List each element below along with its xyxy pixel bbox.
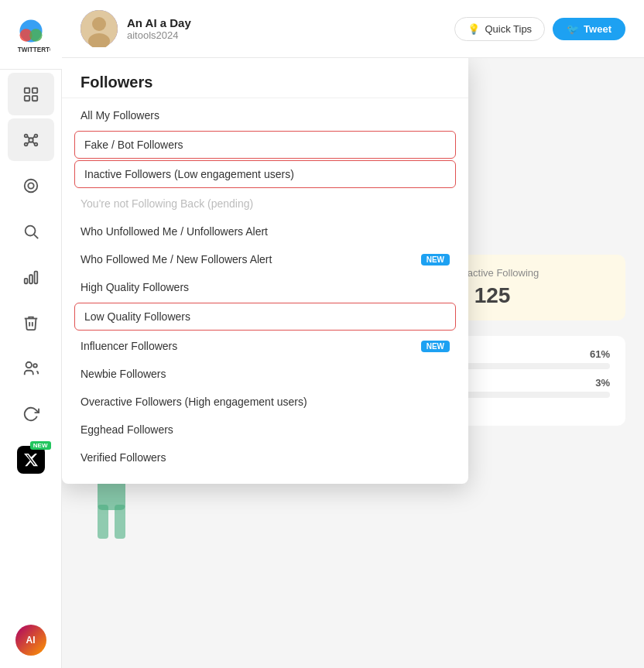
dropdown-item-newbie[interactable]: Newbie Followers <box>62 360 468 388</box>
svg-point-18 <box>28 183 33 188</box>
dropdown-item-unfollowed[interactable]: Who Unfollowed Me / Unfollowers Alert <box>62 218 468 245</box>
dropdown-item-inactive[interactable]: Inactive Followers (Low engagement users… <box>74 160 456 188</box>
dropdown-item-high-quality[interactable]: High Quality Followers <box>62 273 468 301</box>
svg-point-19 <box>25 225 35 235</box>
header-user-handle: aitools2024 <box>127 29 191 41</box>
twitter-icon: 🐦 <box>567 23 579 35</box>
dropdown-item-all[interactable]: All My Followers <box>62 101 468 129</box>
quick-tips-label: Quick Tips <box>485 23 532 35</box>
dropdown-item-overactive[interactable]: Overactive Followers (High engagement us… <box>62 388 468 416</box>
sidebar-item-users[interactable] <box>8 347 54 389</box>
sidebar-item-network[interactable] <box>8 118 54 161</box>
sidebar-item-x[interactable]: NEW <box>8 438 54 481</box>
svg-line-13 <box>27 136 29 139</box>
svg-text:TWITTERTOOL: TWITTERTOOL <box>17 46 50 53</box>
dropdown-item-egghead[interactable]: Egghead Followers <box>62 416 468 444</box>
svg-line-14 <box>32 136 34 139</box>
dropdown-item-label: High Quality Followers <box>80 281 189 293</box>
quick-tips-button[interactable]: 💡 Quick Tips <box>454 17 545 41</box>
svg-rect-22 <box>29 275 33 283</box>
dropdown-item-label: Newbie Followers <box>80 368 166 380</box>
tweet-label: Tweet <box>584 23 611 35</box>
svg-rect-35 <box>98 505 108 539</box>
svg-rect-7 <box>32 95 36 100</box>
tweet-button[interactable]: 🐦 Tweet <box>553 18 625 40</box>
dropdown-item-label: Verified Followers <box>80 451 166 464</box>
dropdown-item-label: You're not Following Back (pending) <box>80 197 253 210</box>
sidebar-item-dashboard[interactable] <box>8 73 54 115</box>
svg-line-16 <box>32 141 34 143</box>
new-badge-followed: NEW <box>421 254 450 265</box>
user-avatar[interactable]: AI <box>15 625 46 656</box>
dropdown-item-followed-me[interactable]: Who Followed Me / New Followers Alert NE… <box>62 245 468 273</box>
dropdown-item-label: Who Followed Me / New Followers Alert <box>80 253 272 265</box>
sidebar-item-circle[interactable] <box>8 164 54 207</box>
svg-rect-21 <box>24 278 27 283</box>
svg-rect-6 <box>24 95 29 100</box>
svg-rect-4 <box>24 87 29 92</box>
svg-line-20 <box>34 235 38 238</box>
svg-point-17 <box>24 179 37 192</box>
top-header: An AI a Day aitools2024 💡 Quick Tips 🐦 T… <box>62 0 644 58</box>
sidebar-item-search[interactable] <box>8 210 54 252</box>
sidebar: TWITTERTOOL NEW <box>0 0 62 668</box>
svg-point-27 <box>92 17 106 31</box>
svg-line-15 <box>27 141 29 143</box>
svg-point-10 <box>34 134 37 137</box>
engagement-low-pct: 3% <box>595 377 610 389</box>
sidebar-item-delete[interactable] <box>8 301 54 344</box>
body-area: Followers All My Followers Fake / Bot Fo… <box>62 58 644 668</box>
bulb-icon: 💡 <box>468 23 480 35</box>
followers-dropdown: Followers All My Followers Fake / Bot Fo… <box>62 58 468 484</box>
header-actions: 💡 Quick Tips 🐦 Tweet <box>454 17 625 41</box>
dropdown-item-not-following-back: You're not Following Back (pending) <box>62 190 468 218</box>
dropdown-item-influencer[interactable]: Influencer Followers NEW <box>62 332 468 360</box>
svg-rect-23 <box>34 271 37 283</box>
svg-rect-5 <box>32 87 36 92</box>
header-user-name: An AI a Day <box>127 16 191 29</box>
svg-point-24 <box>26 361 31 367</box>
x-new-badge: NEW <box>30 441 51 450</box>
svg-point-12 <box>34 142 37 146</box>
new-badge-influencer: NEW <box>421 341 450 352</box>
dropdown-title: Followers <box>62 58 468 98</box>
dropdown-item-label: Who Unfollowed Me / Unfollowers Alert <box>80 225 268 238</box>
svg-rect-36 <box>115 505 125 539</box>
engagement-mid-pct: 61% <box>590 348 610 360</box>
avatar-image: AI <box>15 625 46 656</box>
sidebar-item-analytics[interactable] <box>8 255 54 298</box>
dropdown-item-low-quality[interactable]: Low Quality Followers <box>74 303 456 331</box>
header-avatar <box>80 10 118 47</box>
svg-point-9 <box>24 134 27 137</box>
logo: TWITTERTOOL <box>0 0 62 70</box>
svg-point-2 <box>29 29 42 41</box>
svg-point-11 <box>24 142 27 146</box>
svg-point-25 <box>33 364 37 368</box>
dropdown-item-fake-bot[interactable]: Fake / Bot Followers <box>74 131 456 159</box>
dropdown-item-label: Egghead Followers <box>80 423 173 436</box>
dropdown-item-label: Fake / Bot Followers <box>84 139 183 151</box>
sidebar-item-refresh[interactable] <box>8 392 54 435</box>
dropdown-item-label: All My Followers <box>80 109 159 122</box>
user-info: An AI a Day aitools2024 <box>80 10 191 47</box>
dropdown-item-label: Low Quality Followers <box>84 310 190 323</box>
dropdown-item-label: Overactive Followers (High engagement us… <box>80 396 307 408</box>
dropdown-item-label: Inactive Followers (Low engagement users… <box>84 168 294 180</box>
dropdown-item-verified[interactable]: Verified Followers <box>62 444 468 471</box>
dropdown-item-label: Influencer Followers <box>80 340 177 352</box>
